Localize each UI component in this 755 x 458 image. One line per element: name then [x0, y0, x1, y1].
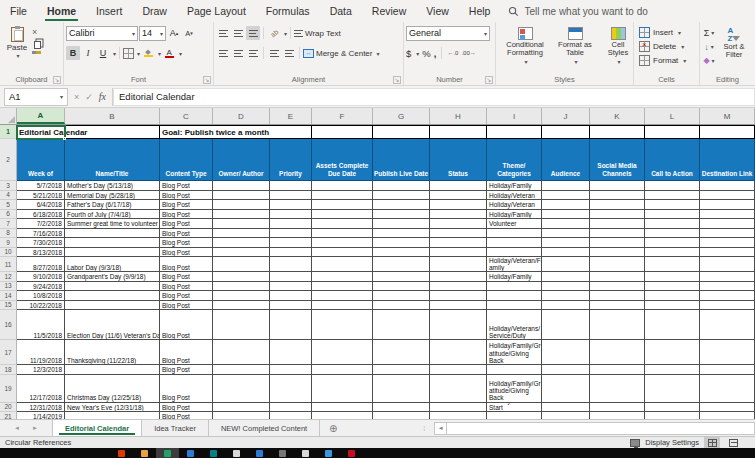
cell-L21[interactable] — [645, 412, 700, 419]
cell-L6[interactable] — [645, 210, 700, 220]
cell-L7[interactable] — [645, 219, 700, 229]
cell-C13[interactable]: Blog Post — [160, 282, 213, 292]
cell-B10[interactable] — [65, 248, 160, 258]
column-header-J[interactable]: J — [542, 108, 590, 124]
clear-button[interactable]: ◆▾ — [702, 54, 716, 67]
cell-J18[interactable] — [542, 365, 590, 375]
cell-B12[interactable]: Grandparent's Day (9/9/18) — [65, 272, 160, 282]
cell-G1[interactable] — [373, 125, 430, 139]
cell-A9[interactable]: 7/30/2018 — [17, 238, 65, 248]
cell-G12[interactable] — [373, 272, 430, 282]
cell-M9[interactable] — [700, 238, 755, 248]
cell-styles-button[interactable]: Cell Styles ▾ — [598, 25, 638, 73]
cell-C19[interactable]: Blog Post — [160, 375, 213, 403]
taskbar-app-8[interactable] — [294, 448, 317, 458]
cell-H13[interactable] — [430, 282, 487, 292]
row-header-2[interactable]: 2 — [0, 139, 17, 181]
cell-M14[interactable] — [700, 291, 755, 301]
cell-J17[interactable] — [542, 340, 590, 365]
cell-I21[interactable] — [487, 412, 542, 419]
cell-B5[interactable]: Father's Day (6/17/18) — [65, 200, 160, 210]
cell-C18[interactable]: Blog Post — [160, 365, 213, 375]
cell-E8[interactable] — [270, 229, 312, 239]
cell-G14[interactable] — [373, 291, 430, 301]
cell-J15[interactable] — [542, 301, 590, 311]
header-cell-L2[interactable]: Call to Action — [645, 139, 700, 181]
menu-tab-page-layout[interactable]: Page Layout — [177, 0, 256, 22]
cell-K19[interactable] — [590, 375, 645, 403]
taskbar-app-1[interactable] — [133, 448, 156, 458]
cell-B20[interactable]: New Year's Eve (12/31/18) — [65, 403, 160, 413]
align-right-button[interactable] — [246, 46, 260, 60]
cell-G10[interactable] — [373, 248, 430, 258]
cell-A21[interactable]: 1/14/2019 — [17, 412, 65, 419]
autosum-button[interactable]: Σ▾ — [702, 26, 716, 39]
cell-K10[interactable] — [590, 248, 645, 258]
header-cell-J2[interactable]: Audience — [542, 139, 590, 181]
cell-B7[interactable]: Summer great time to volunteer — [65, 219, 160, 229]
cell-G11[interactable] — [373, 257, 430, 272]
cell-F16[interactable] — [312, 310, 373, 340]
cell-D17[interactable] — [213, 340, 270, 365]
cell-K12[interactable] — [590, 272, 645, 282]
row-header-9[interactable]: 9 — [0, 238, 17, 248]
cell-K5[interactable] — [590, 200, 645, 210]
cell-D7[interactable] — [213, 219, 270, 229]
cell-M15[interactable] — [700, 301, 755, 311]
cell-J20[interactable] — [542, 403, 590, 413]
shrink-font-button[interactable]: A▾ — [182, 26, 196, 40]
cell-K14[interactable] — [590, 291, 645, 301]
cell-M17[interactable] — [700, 340, 755, 365]
cell-C20[interactable]: Blog Post — [160, 403, 213, 413]
cell-D18[interactable] — [213, 365, 270, 375]
cell-F21[interactable] — [312, 412, 373, 419]
cell-K4[interactable] — [590, 191, 645, 201]
cell-M18[interactable] — [700, 365, 755, 375]
cell-I15[interactable] — [487, 301, 542, 311]
cell-A11[interactable]: 8/27/2018 — [17, 257, 65, 272]
cell-E18[interactable] — [270, 365, 312, 375]
confirm-icon[interactable]: ✓ — [85, 92, 93, 102]
row-header-16[interactable]: 16 — [0, 310, 17, 340]
cell-G19[interactable] — [373, 375, 430, 403]
cell-D9[interactable] — [213, 238, 270, 248]
cell-C8[interactable]: Blog Post — [160, 229, 213, 239]
cell-D10[interactable] — [213, 248, 270, 258]
cell-G7[interactable] — [373, 219, 430, 229]
cell-E16[interactable] — [270, 310, 312, 340]
cell-E13[interactable] — [270, 282, 312, 292]
cell-E4[interactable] — [270, 191, 312, 201]
header-cell-K2[interactable]: Social Media Channels — [590, 139, 645, 181]
currency-button[interactable]: $ — [406, 48, 411, 59]
cell-I13[interactable] — [487, 282, 542, 292]
tell-me-search[interactable]: Tell me what you want to do — [508, 6, 647, 17]
add-sheet-button[interactable]: ⊕ — [320, 420, 346, 436]
column-header-F[interactable]: F — [312, 108, 373, 124]
cell-D3[interactable] — [213, 181, 270, 191]
cell-L17[interactable] — [645, 340, 700, 365]
cell-H14[interactable] — [430, 291, 487, 301]
format-painter-icon[interactable] — [32, 51, 41, 54]
normal-view-button[interactable] — [704, 437, 720, 448]
cell-E5[interactable] — [270, 200, 312, 210]
cell-F18[interactable] — [312, 365, 373, 375]
cell-M8[interactable] — [700, 229, 755, 239]
cell-G13[interactable] — [373, 282, 430, 292]
cell-F8[interactable] — [312, 229, 373, 239]
cell-G9[interactable] — [373, 238, 430, 248]
orientation-button[interactable]: ab — [264, 23, 284, 43]
cell-D14[interactable] — [213, 291, 270, 301]
cell-I12[interactable]: Holiday/Family — [487, 272, 542, 282]
cell-C7[interactable]: Blog Post — [160, 219, 213, 229]
cell-B14[interactable] — [65, 291, 160, 301]
cell-H1[interactable] — [430, 125, 487, 139]
cell-G15[interactable] — [373, 301, 430, 311]
cell-F14[interactable] — [312, 291, 373, 301]
cancel-icon[interactable]: × — [74, 92, 79, 102]
row-header-5[interactable]: 5 — [0, 200, 17, 210]
cell-E7[interactable] — [270, 219, 312, 229]
cell-A12[interactable]: 9/10/2018 — [17, 272, 65, 282]
cell-L10[interactable] — [645, 248, 700, 258]
cell-F4[interactable] — [312, 191, 373, 201]
cell-L15[interactable] — [645, 301, 700, 311]
